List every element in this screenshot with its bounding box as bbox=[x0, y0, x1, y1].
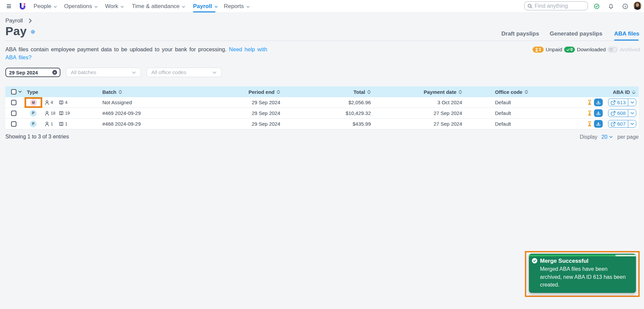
svg-text:?: ? bbox=[624, 5, 626, 8]
